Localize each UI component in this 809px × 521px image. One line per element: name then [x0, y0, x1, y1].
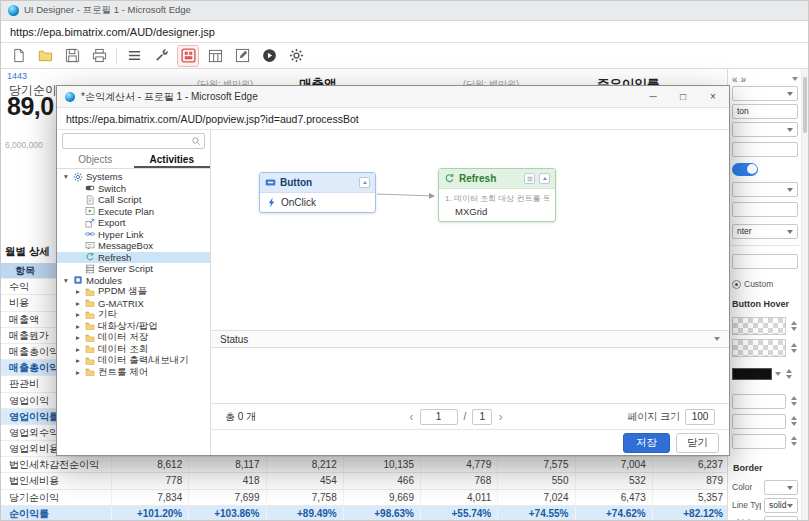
collapse-node-icon[interactable]	[359, 177, 370, 188]
search-input[interactable]	[62, 133, 205, 149]
refresh-target-control[interactable]: MXGrid	[445, 206, 549, 217]
prop-dropdown[interactable]	[732, 182, 798, 197]
toolbar-button[interactable]	[89, 46, 109, 66]
toolbar-button[interactable]	[8, 46, 28, 66]
node-list-icon[interactable]	[524, 173, 535, 184]
number-stepper[interactable]	[789, 396, 798, 406]
expander-icon[interactable]: ▸	[74, 299, 82, 308]
toolbar-button[interactable]	[205, 46, 225, 66]
tree-item[interactable]: Switch	[57, 183, 210, 195]
toggle-switch[interactable]	[732, 163, 758, 176]
event-label[interactable]: OnClick	[281, 197, 316, 208]
tree-item[interactable]: ▸ 데이터 조회	[57, 344, 210, 356]
swatch-stepper[interactable]	[789, 343, 798, 353]
tree-item[interactable]: ▸ 데이터 출력/내보내기	[57, 355, 210, 367]
minimize-button[interactable]: ─	[641, 91, 665, 102]
toolbar-button[interactable]	[151, 46, 171, 66]
toolbar-button[interactable]	[232, 46, 252, 66]
toolbar-button[interactable]	[178, 46, 198, 66]
prev-page-icon[interactable]: ‹	[409, 410, 413, 424]
next-page-icon[interactable]: ›	[498, 410, 502, 424]
toolbar-button[interactable]	[124, 46, 144, 66]
color-swatch-black[interactable]	[732, 368, 772, 380]
tree-item[interactable]: ▸ 기타	[57, 309, 210, 321]
tree-item[interactable]: Hyper Link	[57, 229, 210, 241]
number-field[interactable]	[732, 434, 786, 449]
tree-item[interactable]: ▾ Systems	[57, 171, 210, 183]
expander-icon[interactable]: ▸	[74, 368, 82, 377]
line-type-dropdown[interactable]: solid	[764, 498, 798, 513]
color-stepper[interactable]	[784, 369, 793, 379]
expander-icon[interactable]: ▸	[74, 322, 82, 331]
transparency-swatch[interactable]	[732, 317, 786, 335]
collapse-left-icon[interactable]: «	[732, 74, 738, 85]
button-node[interactable]: Button OnClick	[259, 172, 376, 213]
align-dropdown[interactable]: nter	[732, 224, 798, 239]
tree-item[interactable]: ▸ G-MATRIX	[57, 298, 210, 310]
tree-item[interactable]: Server Script	[57, 263, 210, 275]
number-stepper[interactable]	[789, 416, 798, 426]
toolbar-button[interactable]	[62, 46, 82, 66]
prop-field[interactable]	[732, 142, 798, 157]
modal-url-text[interactable]: https://epa.bimatrix.com/AUD/popview.jsp…	[66, 113, 359, 125]
tree-item[interactable]: ▸ 대화상자/팝업	[57, 321, 210, 333]
modal-titlebar[interactable]: *손익계산서 - 프로필 1 - Microsoft Edge ─ □ ×	[57, 86, 729, 108]
scrollbar[interactable]	[801, 69, 808, 520]
table-row[interactable]: 당기순이익 7,834 7,699 7,758 9,669 4,011 7,02…	[1, 490, 729, 506]
state-selector[interactable]: Button Hover	[732, 299, 789, 309]
chevron-down-icon[interactable]	[714, 337, 720, 341]
page-input[interactable]: 1	[420, 409, 458, 425]
number-field[interactable]	[732, 394, 786, 409]
swatch-stepper[interactable]	[789, 321, 798, 331]
collapse-right-icon[interactable]: »	[741, 74, 747, 85]
expander-icon[interactable]: ▸	[74, 356, 82, 365]
prop-field[interactable]	[732, 202, 798, 217]
expander-icon[interactable]: ▸	[74, 310, 82, 319]
collapse-node-icon[interactable]	[539, 173, 550, 184]
expander-icon[interactable]: ▾	[62, 276, 70, 285]
save-button[interactable]: 저장	[623, 433, 670, 453]
prop-dropdown[interactable]	[732, 122, 798, 137]
tree-item[interactable]: ▾ Modules	[57, 275, 210, 287]
panel-menu-caret-icon[interactable]	[792, 77, 798, 81]
transparency-swatch[interactable]	[732, 339, 786, 357]
flow-canvas[interactable]: Button OnClick Refresh	[211, 130, 729, 330]
browser-urlbar[interactable]: https://epa.bimatrix.com/AUD/designer.js…	[1, 21, 808, 43]
tree-item[interactable]: Export	[57, 217, 210, 229]
close-window-button[interactable]: ×	[701, 91, 725, 102]
status-section-header[interactable]: Status	[211, 330, 729, 348]
scrollbar-thumb[interactable]	[803, 77, 807, 133]
modal-urlbar[interactable]: https://epa.bimatrix.com/AUD/popview.jsp…	[57, 108, 729, 130]
prop-dropdown[interactable]	[732, 86, 798, 101]
toolbar-button[interactable]	[259, 46, 279, 66]
tree-item[interactable]: ▸ 데이터 저장	[57, 332, 210, 344]
expander-icon[interactable]: ▸	[74, 287, 82, 296]
border-color-field[interactable]	[764, 480, 798, 495]
toolbar-button[interactable]	[116, 48, 117, 64]
toolbar-button[interactable]	[35, 46, 55, 66]
url-text[interactable]: https://epa.bimatrix.com/AUD/designer.js…	[10, 26, 215, 38]
prop-field[interactable]	[732, 254, 798, 269]
expander-icon[interactable]: ▾	[62, 172, 70, 181]
tree-item[interactable]: Call Script	[57, 194, 210, 206]
tab[interactable]: Objects	[57, 152, 134, 168]
toolbar-button[interactable]	[286, 46, 306, 66]
close-button[interactable]: 닫기	[676, 433, 719, 453]
table-row[interactable]: 법인세비용 778 418 454 466 768 550 532 879	[1, 473, 729, 489]
number-stepper[interactable]	[789, 436, 798, 446]
table-row[interactable]: 법인세차감전순이익 8,612 8,117 8,212 10,135 4,779…	[1, 457, 729, 473]
tree-item[interactable]: ▸ PPDM 샘플	[57, 286, 210, 298]
refresh-node[interactable]: Refresh 1. 데이터 조회 대상 컨트롤 목록 MXGrid	[438, 168, 556, 222]
tab[interactable]: Activities	[134, 152, 211, 168]
color-caret-icon[interactable]	[775, 372, 781, 376]
tree-item[interactable]: Refresh	[57, 252, 210, 264]
prop-text-field[interactable]: ton	[732, 104, 798, 119]
tree-item[interactable]: Execute Plan	[57, 206, 210, 218]
expander-icon[interactable]: ▸	[74, 333, 82, 342]
number-field[interactable]	[732, 414, 786, 429]
maximize-button[interactable]: □	[671, 91, 695, 102]
tree-item[interactable]: MessageBox	[57, 240, 210, 252]
tree-item[interactable]: ▸ 컨트롤 제어	[57, 367, 210, 379]
thickness-field[interactable]: 1.111	[764, 516, 798, 521]
expander-icon[interactable]: ▸	[74, 345, 82, 354]
